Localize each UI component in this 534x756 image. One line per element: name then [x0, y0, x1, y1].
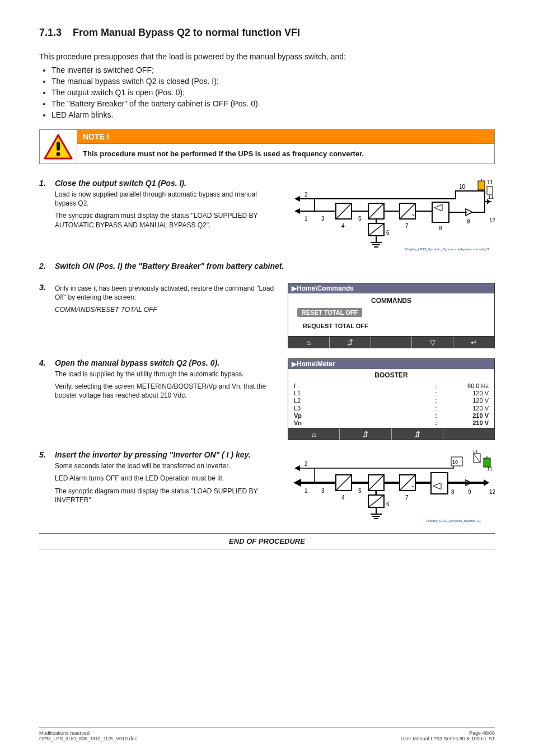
step-text: Load is now supplied parallel through au…: [55, 190, 280, 208]
svg-text:10: 10: [459, 184, 466, 190]
step-text: The synoptic diagram must display the st…: [55, 211, 280, 229]
list-item: The manual bypass switch Q2 is closed (P…: [51, 77, 495, 86]
svg-text:Display_LP33_Synoptic_Bypass a: Display_LP33_Synoptic_Bypass aut+bypass …: [405, 248, 490, 251]
svg-text:7: 7: [405, 223, 409, 229]
nav-spacer: [371, 337, 413, 348]
svg-text:5: 5: [358, 488, 362, 494]
svg-text:~: ~: [411, 212, 415, 218]
step-title: Close the output switch Q1 (Pos. I).: [55, 179, 186, 188]
svg-text:10: 10: [452, 459, 458, 465]
footer-right-1: Page 48/66: [401, 730, 495, 736]
scroll-icon[interactable]: ⇵: [330, 337, 371, 348]
footer-left-1: Modifications reserved: [39, 730, 137, 736]
svg-text:11: 11: [488, 194, 494, 200]
svg-text:1: 1: [305, 488, 308, 494]
svg-text:11: 11: [472, 450, 478, 454]
meter-table: f:60.0 HzL1:120 VL2:120 VL3:120 VVp:210 …: [292, 382, 491, 427]
svg-text:11: 11: [487, 466, 493, 472]
svg-text:8: 8: [451, 489, 455, 495]
svg-text:9: 9: [467, 218, 470, 225]
enter-icon[interactable]: ↵: [453, 337, 494, 348]
svg-text:9: 9: [468, 489, 471, 495]
lcd-breadcrumb: ▶Home\Meter: [288, 359, 494, 369]
svg-rect-41: [487, 186, 493, 194]
table-row: Vn:210 V: [292, 419, 491, 427]
step-title: Open the manual bypass switch Q2 (Pos. 0…: [55, 358, 219, 367]
svg-text:12: 12: [489, 489, 495, 495]
scroll-icon[interactable]: ⇵: [392, 428, 443, 440]
step-number: 2.: [39, 262, 55, 270]
svg-text:8: 8: [439, 225, 442, 231]
svg-text:~: ~: [411, 484, 415, 490]
svg-text:6: 6: [386, 230, 390, 236]
step-number: 5.: [39, 450, 55, 459]
note-box: NOTE ! This procedure must not be perfor…: [39, 129, 495, 164]
svg-text:4: 4: [341, 223, 345, 229]
precondition-list: The inverter is switched OFF; The manual…: [39, 66, 495, 119]
svg-marker-46: [293, 479, 301, 487]
step-number: 1.: [39, 179, 55, 188]
svg-text:Display_LP33_Synoptic_Inverter: Display_LP33_Synoptic_Inverter_01: [427, 519, 481, 522]
step-title: Insert the inverter by pressing "Inverte…: [55, 450, 251, 459]
svg-text:11: 11: [487, 179, 494, 185]
footer-right-2: User Manual LP33 Series 80 & 100 UL S1: [401, 736, 495, 741]
scroll-icon[interactable]: ⇵: [340, 428, 391, 440]
svg-text:12: 12: [489, 217, 495, 223]
section-number: 7.1.3: [39, 27, 62, 38]
lcd-commands-panel: ▶Home\Commands COMMANDS RESET TOTAL OFF …: [288, 283, 495, 348]
end-of-procedure: END OF PROCEDURE: [39, 533, 495, 549]
svg-text:7: 7: [405, 494, 409, 501]
step-text: LED Alarm turns OFF and the LED Operatio…: [55, 474, 280, 483]
step-number: 3.: [39, 283, 55, 292]
svg-rect-38: [478, 181, 485, 190]
list-item: The inverter is switched OFF;: [51, 66, 495, 74]
table-row: L1:120 V: [292, 390, 491, 397]
svg-text:3: 3: [321, 216, 325, 222]
svg-text:5: 5: [358, 216, 362, 222]
request-total-off-label: REQUEST TOTAL OFF: [303, 323, 491, 329]
section-heading: 7.1.3 From Manual Bypass Q2 to normal fu…: [39, 27, 495, 39]
step-text: The load is supplied by the utility thro…: [55, 370, 280, 379]
step-5: 5. Insert the inverter by pressing "Inve…: [39, 450, 495, 523]
svg-rect-1: [57, 142, 60, 151]
home-icon[interactable]: ⌂: [288, 337, 330, 348]
table-row: L2:120 V: [292, 397, 491, 404]
page-footer: Modifications reserved OPM_LPS_3UO_80K_M…: [39, 727, 495, 741]
step-text: Only in case it has been previously acti…: [55, 284, 280, 302]
step-text: Some seconds later the load will be tran…: [55, 461, 280, 470]
list-item: The "Battery Breaker" of the battery cab…: [51, 99, 495, 108]
svg-text:2: 2: [305, 461, 308, 467]
down-icon[interactable]: ▽: [412, 337, 453, 348]
svg-text:6: 6: [386, 501, 390, 507]
nav-spacer: [443, 428, 494, 440]
synoptic-diagram-bypass: ~ 2: [288, 179, 495, 251]
note-body: This procedure must not be performed if …: [77, 144, 494, 164]
svg-text:4: 4: [341, 494, 345, 501]
table-row: Vp:210 V: [292, 412, 491, 419]
home-icon[interactable]: ⌂: [288, 428, 340, 440]
table-row: L3:120 V: [292, 405, 491, 412]
step-2: 2. Switch ON (Pos. I) the "Battery Break…: [39, 262, 495, 273]
list-item: The output switch Q1 is open (Pos. 0);: [51, 88, 495, 97]
lcd-breadcrumb: ▶Home\Commands: [288, 283, 494, 293]
svg-text:3: 3: [321, 488, 325, 494]
step-1: 1. Close the output switch Q1 (Pos. I). …: [39, 179, 495, 251]
svg-marker-45: [294, 465, 300, 471]
svg-marker-5: [294, 208, 300, 214]
synoptic-diagram-inverter: ~ 10: [288, 450, 495, 523]
lcd-heading: COMMANDS: [292, 297, 491, 305]
step-3: 3. Only in case it has been previously a…: [39, 283, 495, 348]
svg-text:1: 1: [305, 216, 308, 222]
footer-left-2: OPM_LPS_3UO_80K_M10_1US_V010.doc: [39, 736, 137, 741]
lcd-meter-panel: ▶Home\Meter BOOSTER f:60.0 HzL1:120 VL2:…: [288, 358, 495, 440]
step-title: Switch ON (Pos. I) the "Battery Breaker"…: [55, 262, 284, 270]
lcd-nav-bar: ⌂ ⇵ ⇵: [288, 428, 494, 440]
warning-icon: [40, 130, 77, 164]
reset-total-off-button[interactable]: RESET TOTAL OFF: [297, 308, 362, 317]
list-item: LED Alarm blinks.: [51, 110, 495, 119]
step-text: Verify, selecting the screen METERING/BO…: [55, 382, 280, 400]
step-4: 4. Open the manual bypass switch Q2 (Pos…: [39, 358, 495, 440]
intro-text: This procedure presupposes that the load…: [39, 52, 495, 61]
note-label: NOTE !: [77, 130, 494, 144]
lcd-nav-bar: ⌂ ⇵ ▽ ↵: [288, 336, 494, 348]
